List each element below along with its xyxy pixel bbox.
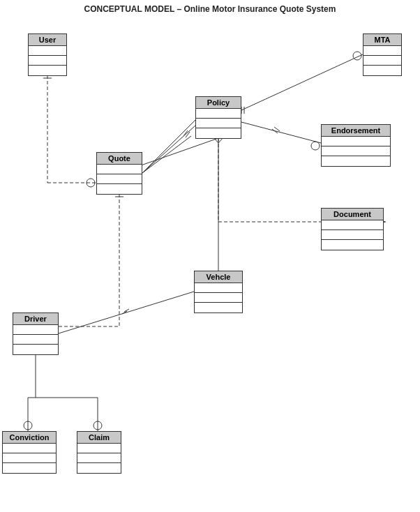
entity-mta: MTA bbox=[363, 33, 402, 76]
entity-mta-row1 bbox=[363, 46, 401, 56]
entity-mta-row2 bbox=[363, 56, 401, 66]
svg-line-5 bbox=[142, 120, 195, 173]
entity-quote-row3 bbox=[97, 184, 142, 194]
entity-vehicle: Vehcle bbox=[194, 271, 243, 313]
entity-claim-row1 bbox=[77, 444, 121, 453]
entity-user-row1 bbox=[29, 46, 66, 56]
entity-conviction-header: Conviction bbox=[3, 432, 56, 444]
diagram-container: CONCEPTUAL MODEL – Online Motor Insuranc… bbox=[0, 0, 420, 512]
entity-policy-row3 bbox=[196, 128, 241, 138]
entity-policy-row1 bbox=[196, 109, 241, 119]
entity-claim: Claim bbox=[77, 431, 121, 474]
entity-user: User bbox=[28, 33, 67, 76]
entity-policy-header: Policy bbox=[196, 97, 241, 109]
entity-user-header: User bbox=[29, 34, 66, 46]
entity-driver-row3 bbox=[13, 345, 58, 354]
entity-conviction-row2 bbox=[3, 453, 56, 463]
entity-conviction-row1 bbox=[3, 444, 56, 453]
entity-document-row2 bbox=[322, 230, 383, 240]
entity-document-row1 bbox=[322, 220, 383, 230]
entity-document-header: Document bbox=[322, 209, 383, 220]
svg-line-9 bbox=[241, 54, 363, 110]
entity-endorsement-row2 bbox=[322, 146, 390, 156]
entity-driver-row1 bbox=[13, 325, 58, 335]
entity-policy-row2 bbox=[196, 119, 241, 128]
entity-conviction-row3 bbox=[3, 463, 56, 473]
entity-document-row3 bbox=[322, 240, 383, 250]
entity-driver-header: Driver bbox=[13, 313, 58, 325]
svg-line-33 bbox=[59, 292, 194, 333]
entity-vehicle-row1 bbox=[195, 283, 242, 293]
entity-claim-row2 bbox=[77, 453, 121, 463]
entity-endorsement-row1 bbox=[322, 137, 390, 146]
entity-endorsement: Endorsement bbox=[321, 124, 391, 167]
entity-vehicle-row2 bbox=[195, 293, 242, 303]
entity-mta-header: MTA bbox=[363, 34, 401, 46]
svg-line-48 bbox=[142, 136, 191, 173]
entity-quote-header: Quote bbox=[97, 153, 142, 165]
svg-line-15 bbox=[274, 127, 280, 131]
svg-line-13 bbox=[241, 122, 321, 143]
entity-user-row3 bbox=[29, 66, 66, 75]
entity-claim-row3 bbox=[77, 463, 121, 473]
entity-user-row2 bbox=[29, 56, 66, 66]
entity-quote-row1 bbox=[97, 165, 142, 174]
entity-mta-row3 bbox=[363, 66, 401, 75]
entity-endorsement-row3 bbox=[322, 156, 390, 166]
entity-quote-row2 bbox=[97, 174, 142, 184]
entity-driver: Driver bbox=[13, 313, 59, 355]
entity-document: Document bbox=[321, 208, 384, 250]
entity-conviction: Conviction bbox=[2, 431, 57, 474]
entity-driver-row2 bbox=[13, 335, 58, 345]
diagram-svg bbox=[0, 0, 420, 512]
entity-claim-header: Claim bbox=[77, 432, 121, 444]
entity-vehicle-row3 bbox=[195, 303, 242, 313]
entity-endorsement-header: Endorsement bbox=[322, 125, 390, 137]
entity-vehicle-header: Vehcle bbox=[195, 271, 242, 283]
svg-point-16 bbox=[311, 142, 320, 150]
entity-policy: Policy bbox=[195, 96, 241, 139]
entity-quote: Quote bbox=[96, 152, 142, 195]
